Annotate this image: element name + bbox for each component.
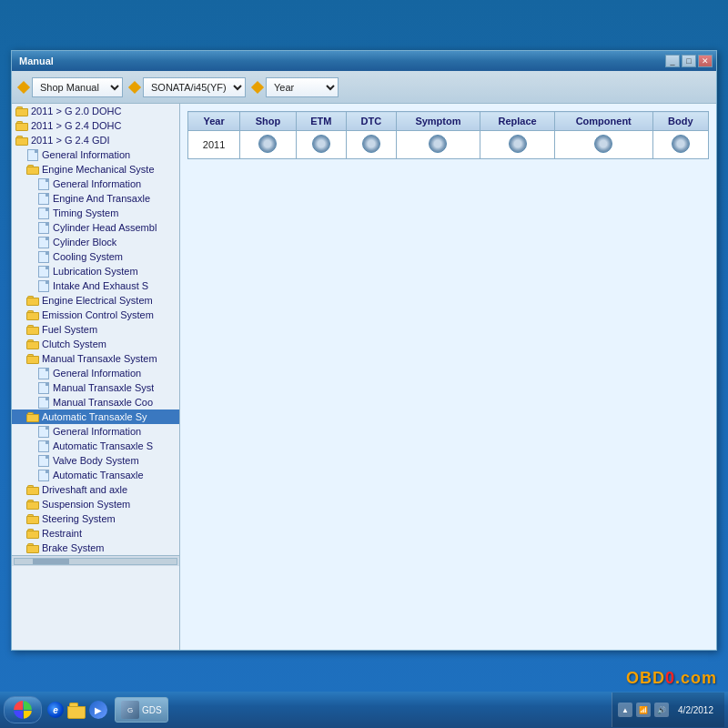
tree-item[interactable]: Clutch System (12, 337, 179, 351)
tree-item-label: General Information (53, 426, 141, 437)
hscroll-thumb (33, 559, 69, 564)
document-icon (37, 193, 50, 204)
folder-icon (26, 411, 39, 422)
dtc-cell[interactable] (347, 131, 397, 159)
etm-cell[interactable] (296, 131, 346, 159)
tray-icon-2: 📶 (636, 703, 651, 717)
year-dropdown[interactable]: Year 2011 2010 (266, 77, 339, 97)
tree-item[interactable]: General Information (12, 177, 179, 191)
disc-icon[interactable] (429, 135, 447, 153)
document-icon (37, 178, 50, 189)
folder-icon (26, 542, 39, 553)
body-cell[interactable] (652, 131, 708, 159)
tree-item[interactable]: 2011 > G 2.4 GDI (12, 133, 179, 147)
symptom-cell[interactable] (396, 131, 480, 159)
content-area: 2011 > G 2.0 DOHC2011 > G 2.4 DOHC2011 >… (12, 104, 716, 650)
tree-item[interactable]: Steering System (12, 511, 179, 526)
system-clock: 4/2/2012 (672, 705, 719, 715)
model-group: SONATA/i45(YF) ELANTRA (130, 77, 246, 97)
tray-icon-3: 🔊 (654, 703, 669, 717)
tree-hscroll[interactable] (12, 555, 179, 566)
tree-item-label: Cylinder Block (53, 237, 116, 248)
start-button[interactable] (4, 696, 42, 723)
folder-taskbar-icon[interactable] (67, 701, 86, 719)
disc-icon[interactable] (672, 135, 690, 153)
shop-cell[interactable] (240, 131, 296, 159)
tree-item[interactable]: Manual Transaxle Syst (12, 380, 179, 395)
tree-item[interactable]: Automatic Transaxle (12, 468, 179, 482)
tree-item-label: Cooling System (53, 251, 123, 262)
close-button[interactable]: ✕ (698, 55, 713, 67)
tree-item[interactable]: Valve Body System (12, 453, 179, 468)
minimize-button[interactable]: _ (665, 55, 680, 67)
tree-item-label: 2011 > G 2.4 GDI (31, 135, 110, 146)
disc-icon[interactable] (312, 135, 330, 153)
table-header-row: YearShopETMDTCSymptomReplaceComponentBod… (188, 112, 709, 131)
tree-item[interactable]: Automatic Transaxle Sy (12, 410, 179, 424)
tree-item[interactable]: Automatic Transaxle S (12, 439, 179, 453)
document-icon (37, 368, 50, 379)
tree-item-label: Manual Transaxle System (42, 353, 157, 364)
replace-cell[interactable] (480, 131, 555, 159)
tree-item[interactable]: General Information (12, 366, 179, 380)
internet-explorer-icon[interactable]: e (47, 702, 64, 718)
tree-item-label: Automatic Transaxle (53, 470, 144, 480)
tree-item[interactable]: Timing System (12, 206, 179, 220)
tree-item[interactable]: 2011 > G 2.4 DOHC (12, 118, 179, 133)
tree-item-label: Automatic Transaxle Sy (42, 411, 147, 422)
tree-item[interactable]: Cooling System (12, 249, 179, 264)
maximize-button[interactable]: □ (682, 55, 696, 67)
folder-icon (26, 164, 39, 175)
tree-item-label: General Information (53, 178, 141, 189)
folder-icon (26, 484, 39, 495)
document-icon (37, 426, 50, 437)
desktop: autoepc.com autoepc.com autoepc.com auto… (0, 0, 728, 728)
folder-icon (26, 324, 39, 335)
media-player-icon[interactable]: ▶ (89, 701, 107, 719)
tree-item-label: General Information (53, 368, 141, 379)
folder-icon (15, 135, 28, 146)
window-title: Manual (19, 56, 54, 66)
tree-item[interactable]: Manual Transaxle Coo (12, 395, 179, 410)
tree-item[interactable]: 2011 > G 2.0 DOHC (12, 104, 179, 118)
tree-item[interactable]: General Information (12, 147, 179, 162)
tree-item[interactable]: Brake System (12, 541, 179, 555)
tree-item[interactable]: Engine Mechanical Syste (12, 162, 179, 177)
tree-item[interactable]: Intake And Exhaust S (12, 278, 179, 293)
tree-item-label: Manual Transaxle Syst (53, 382, 154, 393)
tree-item[interactable]: Manual Transaxle System (12, 351, 179, 366)
component-cell[interactable] (554, 131, 652, 159)
folder-icon (26, 353, 39, 364)
table-header-cell: Component (554, 112, 652, 131)
gds-taskbar-button[interactable]: G GDS (115, 697, 168, 723)
document-icon (37, 470, 50, 480)
disc-icon[interactable] (594, 135, 612, 153)
tree-item-label: Emission Control System (42, 309, 154, 320)
gds-app-icon: G (121, 701, 139, 719)
table-header-cell: ETM (296, 112, 346, 131)
disc-icon[interactable] (509, 135, 527, 153)
tree-item[interactable]: General Information (12, 424, 179, 439)
document-icon (37, 397, 50, 408)
tree-item[interactable]: Engine And Transaxle (12, 191, 179, 206)
system-tray: ▲ 📶 🔊 4/2/2012 (612, 693, 724, 727)
tree-item[interactable]: Fuel System (12, 322, 179, 337)
tree-item[interactable]: Engine Electrical System (12, 293, 179, 308)
tree-item[interactable]: Emission Control System (12, 308, 179, 322)
tree-item[interactable]: Suspension System (12, 497, 179, 511)
tree-item[interactable]: Cylinder Block (12, 235, 179, 249)
tree-item-label: 2011 > G 2.4 DOHC (31, 120, 121, 131)
tree-item[interactable]: Driveshaft and axle (12, 482, 179, 497)
taskbar: e ▶ G GDS ▲ 📶 🔊 4/2/2012 (0, 692, 728, 728)
manual-window: Manual _ □ ✕ Shop Manual ETM DTC SONATA/ (11, 50, 717, 651)
tree-item-label: Restraint (42, 528, 82, 539)
disc-icon[interactable] (362, 135, 380, 153)
tree-item[interactable]: Lubrication System (12, 264, 179, 278)
tree-item-label: Engine Mechanical Syste (42, 164, 155, 175)
tree-item[interactable]: Cylinder Head Assembl (12, 220, 179, 235)
tree-item[interactable]: Restraint (12, 526, 179, 541)
shop-manual-dropdown[interactable]: Shop Manual ETM DTC (32, 77, 123, 97)
toolbar: Shop Manual ETM DTC SONATA/i45(YF) ELANT… (12, 71, 716, 104)
disc-icon[interactable] (258, 135, 277, 153)
model-dropdown[interactable]: SONATA/i45(YF) ELANTRA (143, 77, 246, 97)
